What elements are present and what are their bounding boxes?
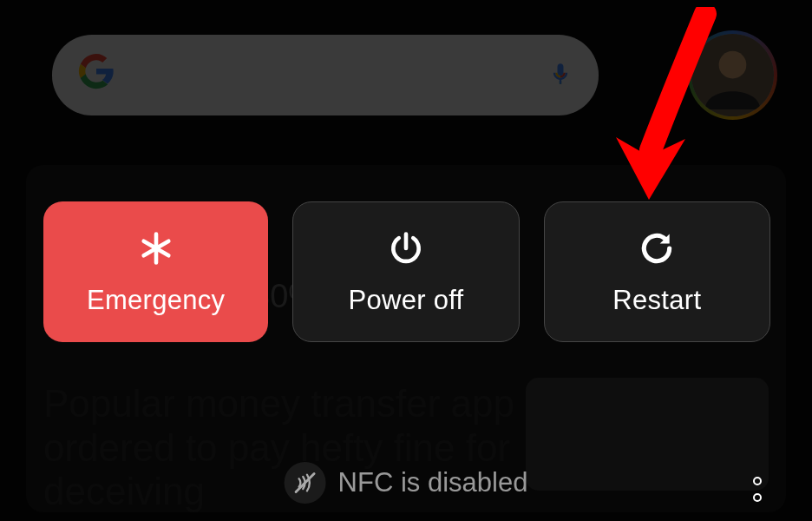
more-options-button[interactable] — [753, 477, 762, 502]
emergency-button[interactable]: Emergency — [43, 201, 268, 342]
article-thumbnail — [526, 378, 769, 491]
power-icon — [387, 228, 425, 269]
microphone-icon[interactable] — [548, 57, 573, 94]
nfc-toast-label: NFC is disabled — [338, 467, 528, 498]
google-logo-icon — [78, 53, 115, 98]
restart-button[interactable]: Restart — [544, 201, 770, 342]
medical-asterisk-icon — [137, 228, 175, 269]
svg-line-2 — [296, 474, 314, 492]
google-search-bar[interactable] — [52, 35, 599, 115]
restart-icon — [638, 228, 676, 269]
kebab-dot-icon — [753, 493, 762, 502]
restart-label: Restart — [612, 285, 701, 316]
svg-point-1 — [719, 51, 747, 79]
kebab-dot-icon — [753, 477, 762, 485]
power-menu: Emergency Power off Restart — [43, 201, 770, 342]
nfc-toast: NFC is disabled — [285, 462, 528, 504]
profile-avatar[interactable] — [688, 30, 777, 120]
emergency-label: Emergency — [87, 285, 226, 316]
power-off-button[interactable]: Power off — [292, 201, 519, 342]
power-off-label: Power off — [348, 285, 463, 316]
nfc-disabled-icon — [285, 462, 326, 504]
avatar-image — [691, 34, 774, 116]
